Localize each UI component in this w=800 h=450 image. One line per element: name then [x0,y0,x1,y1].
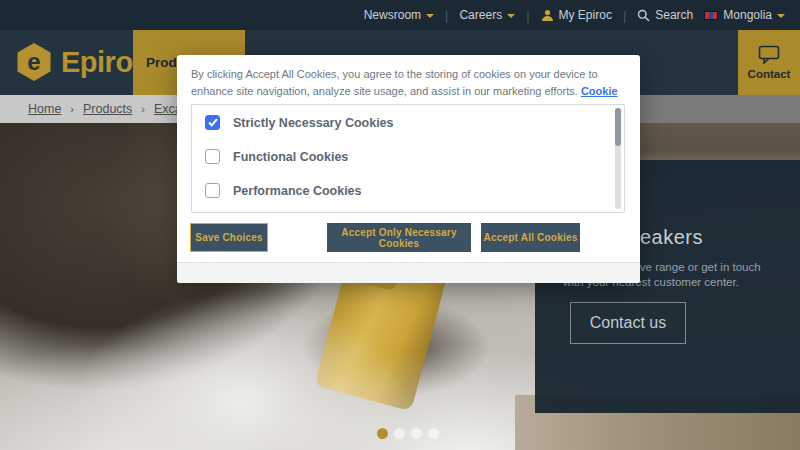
newsroom-label: Newsroom [364,8,421,22]
breadcrumb-separator: › [70,103,74,115]
check-icon [208,118,218,127]
careers-label: Careers [459,8,502,22]
contact-us-button[interactable]: Contact us [570,302,686,344]
checkbox-checked[interactable] [205,115,220,130]
list-scrollbar-thumb[interactable] [615,108,621,146]
mongolia-flag-icon [704,11,718,20]
divider: | [526,8,529,23]
region-label: Mongolia [723,8,772,22]
dialog-footer [177,262,640,283]
carousel-dot[interactable] [377,428,388,439]
epiroc-logo[interactable]: e Epiroc [14,42,148,82]
checkbox-unchecked[interactable] [205,183,220,198]
divider: | [445,8,448,23]
carousel-dot[interactable] [394,428,405,439]
breadcrumb-home[interactable]: Home [28,102,61,116]
cookie-category-performance[interactable]: Performance Cookies [205,183,362,198]
svg-text:e: e [27,48,40,75]
search-label: Search [655,8,693,22]
epiroc-hexagon-icon: e [14,42,54,82]
cookie-category-functional[interactable]: Functional Cookies [205,149,348,164]
cookie-message-text: By clicking Accept All Cookies, you agre… [191,68,598,97]
top-utility-bar: Newsroom | Careers | My Epiroc | Search [0,0,800,30]
carousel-dots [377,428,439,439]
accept-all-button[interactable]: Accept All Cookies [481,223,580,252]
category-label: Functional Cookies [233,150,348,164]
epiroc-page: Newsroom | Careers | My Epiroc | Search [0,0,800,450]
accept-necessary-button[interactable]: Accept Only Necessary Cookies [327,223,471,252]
save-choices-button[interactable]: Save Choices [190,223,268,252]
newsroom-menu[interactable]: Newsroom [364,8,434,22]
breadcrumb-products[interactable]: Products [83,102,132,116]
my-epiroc-label: My Epiroc [559,8,612,22]
my-epiroc-link[interactable]: My Epiroc [541,8,612,22]
speech-bubble-icon [758,45,780,64]
region-selector[interactable]: Mongolia [704,8,785,22]
category-label: Performance Cookies [233,184,362,198]
cookie-category-list: Strictly Necessary Cookies Functional Co… [191,104,625,213]
chevron-down-icon [426,14,434,18]
careers-menu[interactable]: Careers [459,8,515,22]
breadcrumb-separator: › [141,103,145,115]
contact-tab-label: Contact [748,68,791,80]
carousel-dot[interactable] [428,428,439,439]
chevron-down-icon [507,14,515,18]
search-icon [637,9,650,22]
person-icon [541,9,554,22]
carousel-dot[interactable] [411,428,422,439]
divider: | [623,8,626,23]
cookie-category-strictly-necessary[interactable]: Strictly Necessary Cookies [205,115,394,130]
contact-tab[interactable]: Contact [738,30,800,95]
cookie-consent-dialog: By clicking Accept All Cookies, you agre… [177,55,640,283]
search-button[interactable]: Search [637,8,693,22]
category-label: Strictly Necessary Cookies [233,116,394,130]
chevron-down-icon [777,14,785,18]
checkbox-unchecked[interactable] [205,149,220,164]
